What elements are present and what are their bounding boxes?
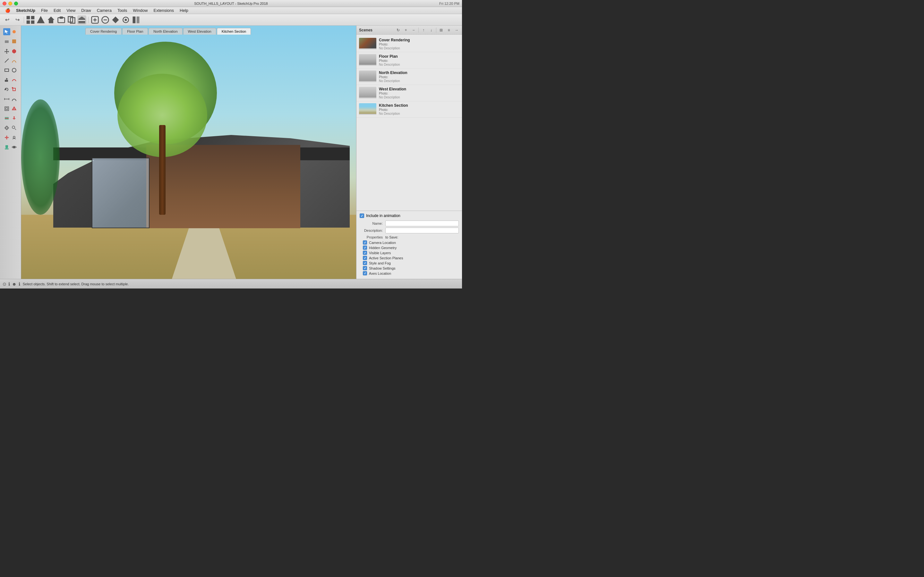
scene-item-3[interactable]: North Elevation Photo: No Description bbox=[357, 69, 462, 85]
section-plane-button[interactable] bbox=[78, 15, 86, 24]
move-up-button[interactable]: ↑ bbox=[421, 27, 426, 33]
properties-label: Properties bbox=[360, 235, 385, 239]
view-options-button[interactable]: ⊞ bbox=[438, 27, 444, 33]
toolbar-btn-1[interactable] bbox=[26, 15, 35, 24]
rotate-tool[interactable] bbox=[0, 85, 21, 94]
prop-visible-checkbox[interactable] bbox=[363, 251, 367, 255]
tape-icon bbox=[3, 95, 10, 103]
toolbar-btn-2[interactable] bbox=[36, 15, 45, 24]
tab-kitchen-section[interactable]: Kitchen Section bbox=[217, 28, 251, 35]
prop-axes-checkbox[interactable] bbox=[363, 271, 367, 276]
toolbar-btn-5[interactable] bbox=[90, 15, 99, 24]
menu-help[interactable]: Help bbox=[177, 7, 191, 14]
menu-window[interactable]: Window bbox=[130, 7, 150, 14]
status-text: Select objects. Shift to extend select. … bbox=[23, 282, 459, 286]
scene-item-1[interactable]: Cover Rendering Photo: No Description bbox=[357, 36, 462, 52]
scenes-bottom: Include in animation Name: Description: … bbox=[357, 211, 462, 279]
svg-marker-26 bbox=[5, 49, 9, 53]
scene-info-2: Floor Plan Photo: No Description bbox=[379, 54, 459, 66]
scene-item-5[interactable]: Kitchen Section Photo: No Description bbox=[357, 101, 462, 118]
redo-button[interactable]: ↪ bbox=[13, 15, 22, 24]
outer-icon bbox=[11, 105, 18, 112]
undo-button[interactable]: ↩ bbox=[3, 15, 11, 24]
thumb-progress-3 bbox=[359, 81, 376, 82]
name-input[interactable] bbox=[385, 221, 459, 226]
prop-camera-label: Camera Location bbox=[369, 241, 396, 245]
prop-hidden-checkbox[interactable] bbox=[363, 245, 367, 250]
panel-options-button[interactable]: ≡ bbox=[446, 27, 452, 33]
move-down-button[interactable]: ↓ bbox=[428, 27, 434, 33]
prop-section-checkbox[interactable] bbox=[363, 256, 367, 260]
status-icon-person: ☻ bbox=[12, 282, 17, 287]
svg-point-50 bbox=[12, 126, 15, 129]
menu-draw[interactable]: Draw bbox=[79, 7, 94, 14]
menu-sketchup[interactable]: SketchUp bbox=[13, 7, 38, 14]
apple-menu[interactable]: 🍎 bbox=[3, 7, 13, 14]
right-panel: Scenes ↻ + − ↑ ↓ ⊞ ≡ → Cover Re bbox=[356, 26, 462, 279]
add-scene-button[interactable]: + bbox=[403, 27, 409, 33]
viewport[interactable]: Cover Rendering Floor Plan North Elevati… bbox=[21, 26, 356, 279]
toolbar-btn-home[interactable] bbox=[47, 15, 55, 24]
prop-style-checkbox[interactable] bbox=[363, 261, 367, 265]
menu-extensions[interactable]: Extensions bbox=[151, 7, 176, 14]
toolbar-btn-7[interactable] bbox=[111, 15, 120, 24]
push-pull-tool[interactable] bbox=[0, 75, 21, 85]
move-tool[interactable] bbox=[0, 46, 21, 56]
toolbar-btn-8[interactable] bbox=[121, 15, 130, 24]
select-tool[interactable] bbox=[0, 27, 21, 37]
refresh-button[interactable]: ↻ bbox=[395, 27, 401, 33]
shape-tool[interactable] bbox=[0, 65, 21, 75]
prop-camera-checkbox[interactable] bbox=[363, 240, 367, 245]
scene-item-2[interactable]: Floor Plan Photo: No Description bbox=[357, 52, 462, 69]
prop-shadow-checkbox[interactable] bbox=[363, 266, 367, 270]
description-label: Description: bbox=[360, 229, 385, 232]
eraser-tool[interactable] bbox=[0, 37, 21, 46]
toolbar-btn-3[interactable] bbox=[57, 15, 66, 24]
toolbar-btn-4[interactable] bbox=[67, 15, 76, 24]
description-row: Description: bbox=[360, 227, 459, 234]
viewport-canvas[interactable] bbox=[21, 26, 356, 279]
orbit-tool[interactable] bbox=[0, 123, 21, 133]
panel-expand-button[interactable]: → bbox=[454, 27, 459, 33]
menu-camera[interactable]: Camera bbox=[94, 7, 114, 14]
tab-floor-plan[interactable]: Floor Plan bbox=[122, 28, 148, 35]
scene-info-5: Kitchen Section Photo: No Description bbox=[379, 103, 459, 115]
svg-rect-29 bbox=[5, 69, 9, 71]
remove-scene-button[interactable]: − bbox=[411, 27, 417, 33]
description-input[interactable] bbox=[385, 227, 459, 234]
section-cut-tool[interactable] bbox=[0, 113, 21, 123]
building-facade bbox=[146, 145, 300, 228]
svg-rect-20 bbox=[133, 16, 136, 23]
tab-west-elevation[interactable]: West Elevation bbox=[183, 28, 216, 35]
scene-item-4[interactable]: West Elevation Photo: No Description bbox=[357, 85, 462, 101]
menu-file[interactable]: File bbox=[39, 7, 50, 14]
tab-cover-rendering[interactable]: Cover Rendering bbox=[86, 28, 121, 35]
minimize-button[interactable] bbox=[8, 2, 12, 5]
svg-rect-54 bbox=[5, 148, 9, 149]
menu-edit[interactable]: Edit bbox=[51, 7, 63, 14]
toolbar-btn-6[interactable] bbox=[101, 15, 110, 24]
title-bar: SOUTH_HILLS_LAYOUT - SketchUp Pro 2018 F… bbox=[0, 0, 462, 7]
menu-tools[interactable]: Tools bbox=[115, 7, 129, 14]
menu-view[interactable]: View bbox=[64, 7, 78, 14]
traffic-lights bbox=[3, 2, 18, 5]
thumb-progress-1 bbox=[359, 48, 376, 49]
scene-desc-5: No Description bbox=[379, 112, 459, 115]
include-animation-checkbox[interactable] bbox=[360, 213, 364, 218]
rotate-icon bbox=[3, 86, 10, 93]
scene-subtitle-3: Photo: bbox=[379, 75, 459, 79]
line-tool[interactable] bbox=[0, 56, 21, 65]
scene-name-3: North Elevation bbox=[379, 71, 459, 75]
tape-tool[interactable] bbox=[0, 94, 21, 104]
svg-marker-52 bbox=[5, 135, 9, 140]
include-animation-label: Include in animation bbox=[366, 213, 401, 218]
tab-north-elevation[interactable]: North Elevation bbox=[149, 28, 182, 35]
pan-tool[interactable] bbox=[0, 133, 21, 142]
close-button[interactable] bbox=[3, 2, 6, 5]
toolbar-btn-9[interactable] bbox=[132, 15, 141, 24]
offset-tool[interactable] bbox=[0, 104, 21, 113]
pan-icon bbox=[3, 134, 10, 141]
paint-bucket-tool[interactable] bbox=[0, 142, 21, 152]
maximize-button[interactable] bbox=[14, 2, 18, 5]
svg-line-28 bbox=[5, 59, 9, 63]
